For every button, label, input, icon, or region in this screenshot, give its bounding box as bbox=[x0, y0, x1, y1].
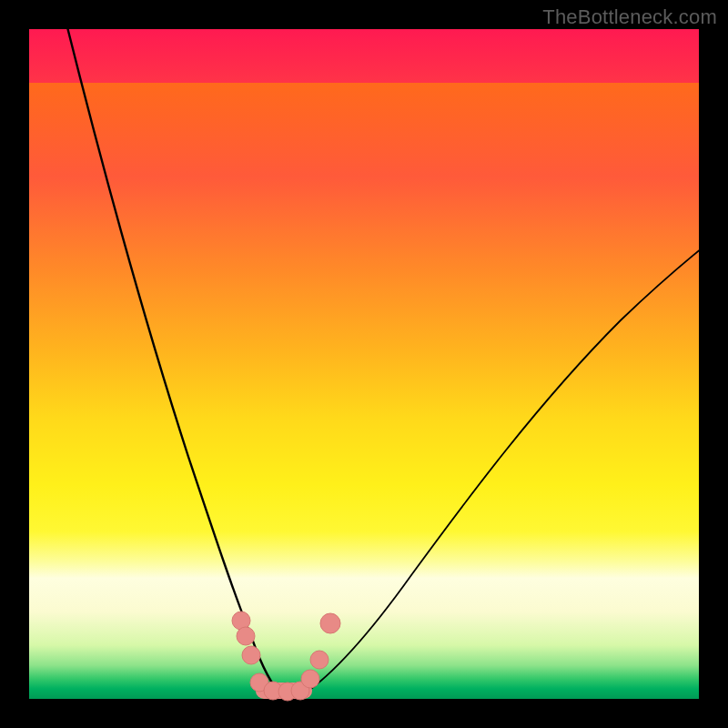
marker-dot bbox=[237, 627, 255, 645]
watermark-text: TheBottleneck.com bbox=[542, 5, 717, 29]
marker-dot bbox=[242, 646, 260, 664]
marker-dot bbox=[301, 670, 319, 688]
bottleneck-curve-left bbox=[66, 20, 282, 695]
bottleneck-curve-right bbox=[302, 240, 712, 695]
curve-layer bbox=[29, 29, 699, 699]
marker-dot bbox=[310, 651, 329, 669]
chart-frame: TheBottleneck.com bbox=[0, 0, 728, 728]
plot-area bbox=[29, 29, 699, 699]
marker-dot bbox=[320, 613, 340, 633]
